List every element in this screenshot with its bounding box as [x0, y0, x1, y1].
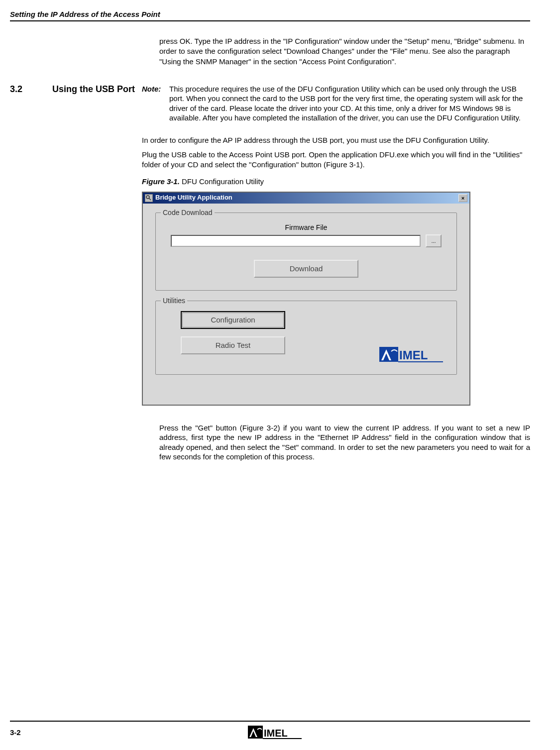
atmel-logo: IMEL: [379, 344, 444, 364]
firmware-file-input[interactable]: [171, 235, 421, 247]
configuration-button[interactable]: Configuration: [181, 311, 285, 329]
intro-paragraph: press OK. Type the IP address in the "IP…: [159, 36, 530, 67]
note-label: Note:: [142, 84, 169, 123]
svg-line-1: [149, 198, 151, 200]
utilities-group: Utilities Configuration Radio Test IMEL: [155, 301, 457, 375]
window-title: Bridge Utility Application: [155, 194, 458, 202]
radio-test-button[interactable]: Radio Test: [181, 336, 285, 354]
app-icon: [145, 194, 153, 202]
svg-text:IMEL: IMEL: [399, 348, 428, 362]
utilities-legend: Utilities: [161, 296, 187, 305]
body-paragraph-1: In order to configure the AP IP address …: [142, 135, 530, 145]
svg-text:IMEL: IMEL: [264, 728, 288, 739]
download-button[interactable]: Download: [254, 260, 358, 278]
firmware-file-label: Firmware File: [171, 223, 442, 232]
section-number: 3.2: [10, 84, 52, 423]
footer-paragraph: Press the "Get" button (Figure 3-2) if y…: [159, 423, 530, 462]
dfu-screenshot: Bridge Utility Application × Code Downlo…: [142, 192, 470, 406]
note-text: This procedure requires the use of the D…: [169, 84, 530, 123]
figure-title: DFU Configuration Utility: [180, 177, 264, 186]
window-titlebar: Bridge Utility Application ×: [143, 193, 469, 204]
page-footer: 3-2 IMEL: [10, 721, 530, 740]
close-button[interactable]: ×: [458, 194, 467, 202]
footer-atmel-logo: IMEL: [248, 724, 303, 740]
figure-caption: Figure 3-1. DFU Configuration Utility: [142, 177, 530, 187]
page-header-title: Setting the IP Address of the Access Poi…: [10, 10, 530, 21]
code-download-group: Code Download Firmware File ... Download: [155, 213, 457, 291]
page-number: 3-2: [10, 728, 21, 737]
browse-button[interactable]: ...: [426, 234, 442, 247]
body-paragraph-2: Plug the USB cable to the Access Point U…: [142, 150, 530, 169]
code-download-legend: Code Download: [161, 208, 215, 217]
figure-label: Figure 3-1.: [142, 177, 180, 186]
section-title: Using the USB Port: [52, 84, 142, 423]
